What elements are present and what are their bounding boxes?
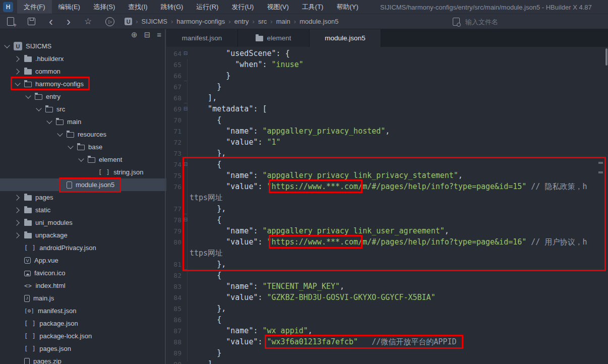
tree-item-module.json5[interactable]: module.json5 xyxy=(0,178,166,191)
breadcrumb-item[interactable]: entry xyxy=(234,18,249,25)
sidebar-splitter[interactable] xyxy=(165,29,166,364)
chevron-down-icon[interactable] xyxy=(4,42,10,48)
menu-item-3[interactable]: 查找(I) xyxy=(121,0,154,14)
menu-item-9[interactable]: 帮助(Y) xyxy=(330,0,364,14)
chevron-right-icon[interactable] xyxy=(14,232,19,238)
line-number[interactable]: 81 xyxy=(166,261,181,268)
tree-item-index.html[interactable]: <>index.html xyxy=(0,279,166,292)
line-number[interactable]: 75 xyxy=(166,172,181,179)
line-number[interactable]: 90 xyxy=(166,360,181,364)
line-number[interactable]: 71 xyxy=(166,128,181,135)
fold-marker-icon[interactable]: ⊟ xyxy=(181,48,190,59)
chevron-right-icon[interactable] xyxy=(14,56,19,62)
line-number[interactable]: 73 xyxy=(166,150,181,157)
breadcrumb-item[interactable]: module.json5 xyxy=(299,18,338,25)
breadcrumb-item[interactable]: main xyxy=(276,18,290,25)
line-number[interactable]: 87 xyxy=(166,327,181,335)
line-number[interactable]: 64 xyxy=(166,50,181,57)
line-number[interactable]: 65 xyxy=(166,61,181,69)
line-number[interactable]: 67 xyxy=(166,83,181,91)
line-number[interactable]: 82 xyxy=(166,272,181,279)
tree-item-pages.json[interactable]: [ ]pages.json xyxy=(0,342,166,355)
chevron-down-icon[interactable] xyxy=(36,105,41,111)
nav-back-icon[interactable] xyxy=(49,18,53,25)
tree-item-element[interactable]: element xyxy=(0,153,166,166)
star-icon[interactable] xyxy=(84,17,92,26)
chevron-down-icon[interactable] xyxy=(25,93,31,98)
line-number[interactable]: 80 xyxy=(166,238,181,246)
tab-module.json5[interactable]: module.json5 xyxy=(310,29,381,47)
line-number[interactable]: 68 xyxy=(166,94,181,102)
tree-item-static[interactable]: static xyxy=(0,204,166,216)
breadcrumb-item[interactable]: src xyxy=(258,18,267,25)
line-number[interactable]: 79 xyxy=(166,227,181,235)
chevron-right-icon[interactable] xyxy=(14,195,19,200)
chevron-right-icon[interactable] xyxy=(14,207,19,213)
tree-item-pages[interactable]: pages xyxy=(0,191,166,204)
tree-item-SIJICMS[interactable]: USIJICMS xyxy=(0,40,166,52)
line-number[interactable]: 86 xyxy=(166,316,181,324)
locate-icon[interactable]: ⊕ xyxy=(131,30,138,39)
editor-scrollbar-thumb[interactable] xyxy=(605,48,607,66)
chevron-down-icon[interactable] xyxy=(68,143,73,149)
tab-element[interactable]: element xyxy=(238,29,310,47)
nav-forward-icon[interactable] xyxy=(67,18,71,25)
new-file-icon[interactable] xyxy=(7,17,14,26)
menu-item-6[interactable]: 发行(U) xyxy=(225,0,260,14)
code-editor[interactable]: 64⊟ "usedScene": {65 "when": "inuse"66 }… xyxy=(166,47,608,364)
chevron-down-icon[interactable] xyxy=(78,156,84,161)
chevron-right-icon[interactable] xyxy=(14,220,19,225)
tree-item-App.vue[interactable]: VApp.vue xyxy=(0,254,166,267)
tree-item-androidPrivacy.json[interactable]: [ ]androidPrivacy.json xyxy=(0,241,166,254)
line-number[interactable]: 83 xyxy=(166,283,181,290)
breadcrumb-item[interactable]: harmony-configs xyxy=(176,18,225,25)
panel-menu-icon[interactable]: ≡ xyxy=(157,30,161,39)
chevron-down-icon[interactable] xyxy=(15,80,20,86)
save-icon[interactable] xyxy=(28,18,35,25)
tree-item-resources[interactable]: resources xyxy=(0,128,166,141)
tree-item-main.js[interactable]: Jmain.js xyxy=(0,292,166,305)
breadcrumb-item[interactable]: SIJICMS xyxy=(142,18,167,25)
chevron-down-icon[interactable] xyxy=(57,131,63,136)
collapse-all-icon[interactable]: ⊟ xyxy=(144,30,151,39)
tree-item-string.json[interactable]: [ ]string.json xyxy=(0,166,166,178)
tree-item-entry[interactable]: entry xyxy=(0,90,166,103)
line-number[interactable]: 69 xyxy=(166,105,181,113)
tab-manifest.json[interactable]: manifest.json xyxy=(166,29,238,47)
line-number[interactable]: 84 xyxy=(166,294,181,301)
tree-item-src[interactable]: src xyxy=(0,103,166,115)
line-number[interactable]: 85 xyxy=(166,305,181,313)
tree-item-favicon.ico[interactable]: favicon.ico xyxy=(0,267,166,279)
line-number[interactable]: 72 xyxy=(166,139,181,146)
line-number[interactable]: 78 xyxy=(166,216,181,224)
tree-item-package-lock.json[interactable]: [ ]package-lock.json xyxy=(0,330,166,342)
tree-item-harmony-configs[interactable]: harmony-configs xyxy=(0,78,166,90)
line-number[interactable]: 89 xyxy=(166,349,181,357)
line-number[interactable]: 76 xyxy=(166,183,181,191)
chevron-down-icon[interactable] xyxy=(46,118,52,124)
menu-item-2[interactable]: 选择(S) xyxy=(87,0,121,14)
chevron-right-icon[interactable] xyxy=(14,69,19,74)
tree-item-.hbuilderx[interactable]: .hbuilderx xyxy=(0,52,166,65)
menu-item-4[interactable]: 跳转(G) xyxy=(154,0,190,14)
menu-item-7[interactable]: 视图(V) xyxy=(260,0,295,14)
tree-item-uni-modules[interactable]: uni_modules xyxy=(0,216,166,229)
tree-item-package.json[interactable]: [ ]package.json xyxy=(0,317,166,330)
menu-item-1[interactable]: 编辑(E) xyxy=(52,0,87,14)
tree-item-manifest.json[interactable]: [⚙]manifest.json xyxy=(0,305,166,317)
run-icon[interactable] xyxy=(105,17,114,26)
tree-item-base[interactable]: base xyxy=(0,141,166,153)
tree-item-pages.zip[interactable]: pages.zip xyxy=(0,355,166,364)
tree-item-common[interactable]: common xyxy=(0,65,166,78)
menu-item-8[interactable]: 工具(T) xyxy=(295,0,330,14)
tree-item-unpackage[interactable]: unpackage xyxy=(0,229,166,241)
fold-marker-icon[interactable]: ⊟ xyxy=(181,103,190,114)
menu-item-0[interactable]: 文件(F) xyxy=(17,0,52,14)
line-number[interactable]: 77 xyxy=(166,205,181,213)
menu-item-5[interactable]: 运行(R) xyxy=(190,0,225,14)
fold-marker-icon[interactable]: ⊟ xyxy=(181,159,190,170)
line-number[interactable]: 70 xyxy=(166,116,181,124)
line-number[interactable]: 66 xyxy=(166,72,181,80)
tree-item-main[interactable]: main xyxy=(0,115,166,128)
fold-marker-icon[interactable]: ⊟ xyxy=(181,214,190,225)
